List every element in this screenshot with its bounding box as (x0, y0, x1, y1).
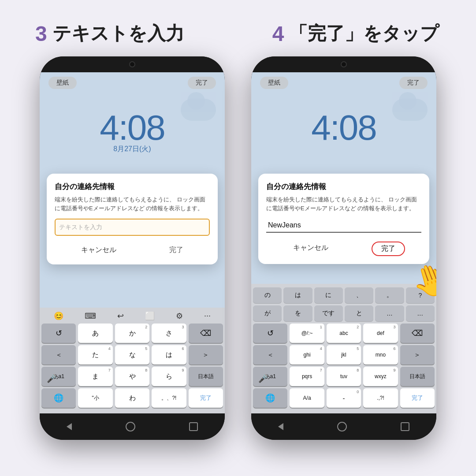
sug-no[interactable]: の (253, 287, 282, 303)
nav-back[interactable] (67, 423, 72, 430)
phone2-key-row3: あa1 pqrs7 tuv8 wxyz9 日本語 (253, 367, 435, 386)
phone1-key-row3: あa1 ま7 や8 ら9 日本語 (41, 367, 223, 386)
phone2-dialog-buttons: キャンセル 完了 (266, 240, 421, 256)
key-ka[interactable]: か2 (115, 324, 149, 343)
key2-left[interactable]: ＜ (253, 345, 287, 364)
key-globe[interactable]: 🌐 (41, 388, 76, 408)
key-ma[interactable]: ま7 (78, 367, 112, 386)
key2-aa[interactable]: A/a (290, 388, 324, 408)
phone1-dialog: 自分の連絡先情報 端末を紛失した際に連絡してもらえるように、 ロック画面に電話番… (47, 174, 218, 264)
sug-dots1[interactable]: … (375, 305, 404, 321)
nav-home[interactable] (126, 422, 135, 431)
mic-icon: 🎤 (47, 374, 56, 383)
phone2-bottom-nav (251, 413, 436, 440)
sug-comma[interactable]: 、 (345, 287, 373, 303)
step3-label: テキストを入力 (52, 21, 184, 46)
key-ra[interactable]: ら9 (152, 367, 186, 386)
key2-dash[interactable]: -0 (327, 388, 361, 408)
phone2-done-button[interactable]: 完了 (372, 242, 405, 256)
nav2-back[interactable] (278, 423, 283, 430)
phone2-topbar-done: 完了 (399, 77, 428, 89)
phone1-dialog-input[interactable]: テキストを入力 (55, 219, 210, 236)
sug-to[interactable]: と (345, 305, 373, 321)
key-right[interactable]: ＞ (189, 345, 223, 364)
key-a[interactable]: あ (78, 324, 112, 343)
sug-period[interactable]: 。 (375, 287, 404, 303)
phone1-cloud (181, 99, 216, 121)
key2-right[interactable]: ＞ (400, 345, 435, 364)
key2-pqrs[interactable]: pqrs7 (290, 367, 324, 386)
key2-globe[interactable]: 🌐 (253, 388, 287, 408)
phone2-topbar: 壁紙 完了 (251, 72, 436, 93)
page-header: 3 テキストを入力 4 「完了」をタップ (0, 0, 476, 56)
toolbar-emoji[interactable]: 😊 (54, 311, 63, 321)
phone1-keyboard-toolbar: 😊 ⌨ ↩ ⬜ ⚙ ··· (41, 311, 223, 321)
phone1-topbar-wallpaper: 壁紙 (48, 77, 77, 89)
key-small[interactable]: ''小 (78, 388, 112, 408)
nav2-home[interactable] (337, 422, 347, 431)
key2-punct[interactable]: .,?! (363, 388, 398, 408)
phone2-input-value: NewJeans (268, 221, 301, 229)
sug-dots2[interactable]: … (406, 305, 435, 321)
key-japanese[interactable]: 日本語 (189, 367, 223, 386)
phone1-cancel-button[interactable]: キャンセル (71, 244, 127, 257)
key2-tuv[interactable]: tuv8 (327, 367, 361, 386)
phone2-keyboard: の は に 、 。 ? が を です と … … ↺ (251, 284, 436, 413)
key2-at[interactable]: @/:~1 (290, 324, 324, 343)
sug-ha[interactable]: は (283, 287, 312, 303)
step4-number: 4 (272, 22, 284, 46)
mic-icon2: 🎤 (258, 374, 268, 383)
phone1-keyboard: 😊 ⌨ ↩ ⬜ ⚙ ··· ↺ あ か2 さ3 ⌫ ＜ (40, 308, 225, 413)
nav-recents[interactable] (189, 422, 198, 431)
sug-ni[interactable]: に (314, 287, 343, 303)
key2-done[interactable]: 完了 (400, 388, 435, 408)
key-refresh[interactable]: ↺ (41, 324, 76, 343)
phone2-key-row1: ↺ @/:~1 abc2 def3 ⌫ (253, 324, 435, 343)
key-wa[interactable]: わ (115, 388, 149, 408)
phone1-screen: 壁紙 完了 4:08 8月27日(火) 自分の連絡先情報 端末を紛失した際に連絡… (40, 72, 225, 413)
nav2-recents[interactable] (401, 422, 409, 431)
key-left[interactable]: ＜ (41, 345, 76, 364)
toolbar-return[interactable]: ↩ (117, 311, 124, 321)
camera-dot (129, 61, 135, 67)
sug-desu[interactable]: です (314, 305, 343, 321)
key-delete[interactable]: ⌫ (189, 324, 223, 343)
key2-wxyz[interactable]: wxyz9 (363, 367, 398, 386)
phones-container: 壁紙 完了 4:08 8月27日(火) 自分の連絡先情報 端末を紛失した際に連絡… (18, 56, 458, 440)
phone2-dialog-input[interactable]: NewJeans (266, 219, 421, 233)
phone1-done-button[interactable]: 完了 (159, 244, 194, 257)
key2-japanese[interactable]: 日本語 (400, 367, 435, 386)
key-na[interactable]: な5 (115, 345, 149, 364)
key-ha[interactable]: は6 (152, 345, 186, 364)
key2-jkl[interactable]: jkl5 (327, 345, 361, 364)
toolbar-gear[interactable]: ⚙ (176, 311, 183, 321)
phone1-dialog-body: 端末を紛失した際に連絡してもらえるように、 ロック画面に電話番号やEメールアドレ… (55, 195, 210, 212)
phone1: 壁紙 完了 4:08 8月27日(火) 自分の連絡先情報 端末を紛失した際に連絡… (40, 56, 225, 440)
step3-title: 3 テキストを入力 (35, 21, 184, 46)
toolbar-more[interactable]: ··· (204, 311, 211, 321)
toolbar-keyboard[interactable]: ⌨ (85, 311, 96, 321)
step3-number: 3 (35, 22, 47, 46)
phone1-dialog-title: 自分の連絡先情報 (55, 182, 210, 192)
phone1-dialog-buttons: キャンセル 完了 (55, 242, 210, 257)
phone2-dialog-body: 端末を紛失した際に連絡してもらえるように、 ロック画面に電話番号やEメールアドレ… (266, 195, 421, 212)
key-ya[interactable]: や8 (115, 367, 149, 386)
key2-refresh[interactable]: ↺ (253, 324, 287, 343)
key2-def[interactable]: def3 (363, 324, 398, 343)
phone2-dialog-title: 自分の連絡先情報 (266, 182, 421, 192)
sug-ga[interactable]: が (253, 305, 282, 321)
key-ta[interactable]: た4 (78, 345, 112, 364)
key2-ghi[interactable]: ghi4 (290, 345, 324, 364)
camera-dot2 (341, 61, 347, 67)
key2-mno[interactable]: mno6 (363, 345, 398, 364)
key-punct[interactable]: 。、?! (152, 388, 186, 408)
phone2-cancel-button[interactable]: キャンセル (283, 242, 339, 256)
sug-wo[interactable]: を (283, 305, 312, 321)
key-done[interactable]: 完了 (189, 388, 223, 408)
key2-abc[interactable]: abc2 (327, 324, 361, 343)
toolbar-square[interactable]: ⬜ (145, 311, 155, 321)
key-sa[interactable]: さ3 (152, 324, 186, 343)
cloud-shape (181, 99, 216, 121)
cloud-shape2 (392, 99, 428, 121)
key2-delete[interactable]: ⌫ (400, 324, 435, 343)
